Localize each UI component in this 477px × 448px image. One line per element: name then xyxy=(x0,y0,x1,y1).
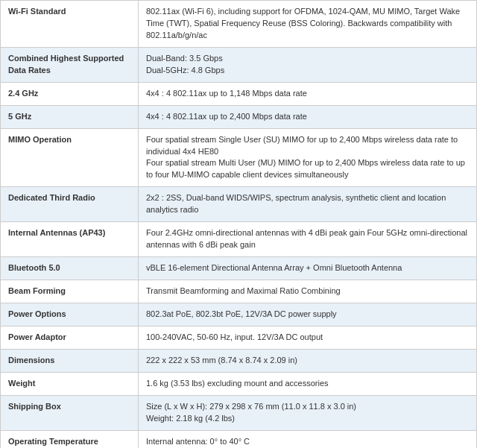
spec-value: vBLE 16-element Directional Antenna Arra… xyxy=(139,257,477,280)
spec-value: 222 x 222 x 53 mm (8.74 x 8.74 x 2.09 in… xyxy=(139,349,477,372)
spec-label: Weight xyxy=(1,372,139,395)
table-row: Dedicated Third Radio2x2 : 2SS, Dual-ban… xyxy=(1,187,477,222)
spec-value: 1.6 kg (3.53 lbs) excluding mount and ac… xyxy=(139,372,477,395)
table-row: Weight1.6 kg (3.53 lbs) excluding mount … xyxy=(1,372,477,395)
spec-label: Operating Temperature xyxy=(1,430,139,448)
table-row: Combined Highest Supported Data RatesDua… xyxy=(1,47,477,82)
table-row: Beam FormingTransmit Beamforming and Max… xyxy=(1,280,477,303)
spec-label: Power Options xyxy=(1,303,139,326)
spec-label: Bluetooth 5.0 xyxy=(1,257,139,280)
spec-value: 4x4 : 4 802.11ax up to 2,400 Mbps data r… xyxy=(139,105,477,128)
table-row: Wi-Fi Standard802.11ax (Wi-Fi 6), includ… xyxy=(1,1,477,48)
spec-label: Shipping Box xyxy=(1,395,139,430)
spec-label: Beam Forming xyxy=(1,280,139,303)
table-row: 5 GHz4x4 : 4 802.11ax up to 2,400 Mbps d… xyxy=(1,105,477,128)
spec-value: 4x4 : 4 802.11ax up to 1,148 Mbps data r… xyxy=(139,82,477,105)
spec-label: Wi-Fi Standard xyxy=(1,1,139,48)
spec-value: 2x2 : 2SS, Dual-band WIDS/WIPS, spectrum… xyxy=(139,187,477,222)
table-row: Power Options802.3at PoE, 802.3bt PoE, 1… xyxy=(1,303,477,326)
spec-label: MIMO Operation xyxy=(1,128,139,187)
spec-value: Dual-Band: 3.5 GbpsDual-5GHz: 4.8 Gbps xyxy=(139,47,477,82)
spec-label: 2.4 GHz xyxy=(1,82,139,105)
spec-value: 100-240VAC, 50-60 Hz, input. 12V/3A DC o… xyxy=(139,326,477,349)
table-row: MIMO OperationFour spatial stream Single… xyxy=(1,128,477,187)
table-row: Shipping BoxSize (L x W x H): 279 x 298 … xyxy=(1,395,477,430)
table-row: Operating TemperatureInternal antenna: 0… xyxy=(1,430,477,448)
spec-label: Internal Antennas (AP43) xyxy=(1,222,139,257)
table-row: 2.4 GHz4x4 : 4 802.11ax up to 1,148 Mbps… xyxy=(1,82,477,105)
spec-label: Combined Highest Supported Data Rates xyxy=(1,47,139,82)
spec-label: Dedicated Third Radio xyxy=(1,187,139,222)
spec-label: 5 GHz xyxy=(1,105,139,128)
spec-table: Wi-Fi Standard802.11ax (Wi-Fi 6), includ… xyxy=(0,0,477,448)
spec-label: Dimensions xyxy=(1,349,139,372)
spec-value: Size (L x W x H): 279 x 298 x 76 mm (11.… xyxy=(139,395,477,430)
table-row: Internal Antennas (AP43)Four 2.4GHz omni… xyxy=(1,222,477,257)
spec-value: Four spatial stream Single User (SU) MIM… xyxy=(139,128,477,187)
table-row: Bluetooth 5.0vBLE 16-element Directional… xyxy=(1,257,477,280)
spec-label: Power Adaptor xyxy=(1,326,139,349)
spec-value: Four 2.4GHz omni-directional antennas wi… xyxy=(139,222,477,257)
spec-value: 802.3at PoE, 802.3bt PoE, 12V/3A DC powe… xyxy=(139,303,477,326)
table-row: Power Adaptor100-240VAC, 50-60 Hz, input… xyxy=(1,326,477,349)
spec-value: Transmit Beamforming and Maximal Ratio C… xyxy=(139,280,477,303)
spec-value: Internal antenna: 0° to 40° CExternal an… xyxy=(139,430,477,448)
spec-value: 802.11ax (Wi-Fi 6), including support fo… xyxy=(139,1,477,48)
table-row: Dimensions222 x 222 x 53 mm (8.74 x 8.74… xyxy=(1,349,477,372)
